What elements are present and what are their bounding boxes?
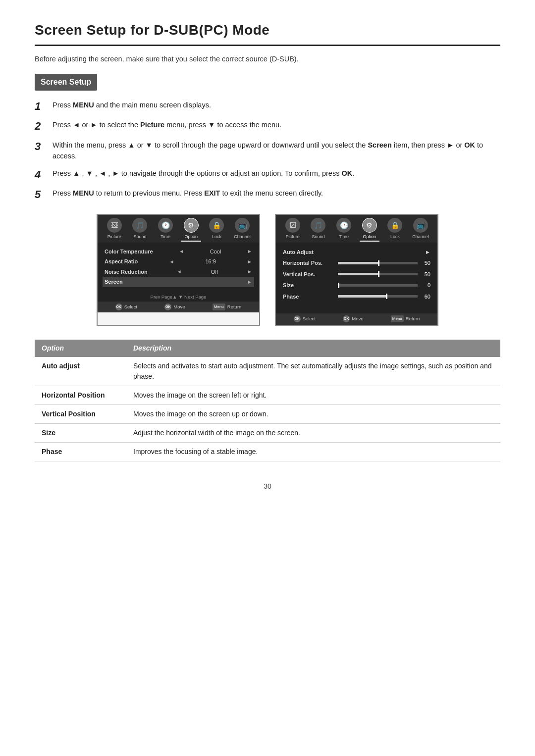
tv-row-right: ► [247,258,252,265]
step-number: 1 [35,100,46,114]
tv-icon-label: Lock [212,234,221,241]
desc-cell: Selects and activates to start auto adju… [126,357,500,386]
tv-footer-item: OKSelect [294,315,316,322]
tv-icon-symbol: 🎵 [132,218,147,233]
tv-menu-icon: ⚙Option [360,218,379,242]
tv-row-label: Noise Reduction [105,268,148,276]
tv-icon-symbol: 🕐 [336,218,351,233]
tv-bar-label: Vertical Pos. [283,270,335,279]
table-row: SizeAdjust the horizontal width of the i… [35,423,500,442]
option-cell: Size [35,423,126,442]
tv-bar-label: Phase [283,293,335,301]
tv-body-right: Auto Adjust►Horizontal Pos.50Vertical Po… [276,243,437,304]
tv-menu-icon: ⚙Option [181,218,201,242]
tv-btn: OK [115,303,122,310]
tv-footer-label: Move [173,303,185,310]
tv-bar-row: Vertical Pos.50 [283,269,430,280]
tv-footer-label: Return [406,315,420,322]
tv-menu-row: Color Temperature◄Cool► [105,247,252,257]
step-number: 3 [35,140,46,154]
desc-cell: Adjust the horizontal width of the image… [126,423,500,442]
tv-icon-symbol: 🖼 [107,218,122,233]
tv-row-val: Off [211,268,218,276]
tv-icon-symbol: 📺 [413,218,428,233]
tv-icon-symbol: 🔒 [387,218,402,233]
page-number: 30 [35,481,500,492]
step: 1Press MENU and the main menu screen dis… [35,100,500,114]
option-cell: Vertical Position [35,404,126,423]
tv-footer-label: Select [124,303,137,310]
tv-menu-icon: 🖼Picture [105,218,124,242]
tv-footer-label: Select [303,315,316,322]
tv-footer-left: OKSelectOKMoveMenuReturn [98,302,259,312]
tv-menu-icon: 🖼Picture [283,218,303,242]
tv-icon-symbol: ⚙ [362,218,377,233]
tv-bar-thumb [386,294,387,299]
tv-bar-row: Phase60 [283,291,430,302]
table-body: Auto adjustSelects and activates to star… [35,357,500,461]
intro-text: Before adjusting the screen, make sure t… [35,54,500,65]
tv-icon-label: Time [160,234,170,241]
tv-footer-item: OKSelect [115,303,137,310]
table-header: Option Description [35,340,500,357]
tv-icon-symbol: 🎵 [311,218,325,233]
tv-icon-symbol: 📺 [235,218,250,233]
tv-footer-item: OKMove [164,303,185,310]
tv-menu-icon: 🎵Sound [130,218,150,242]
tv-icons-right: 🖼Picture🎵Sound🕐Time⚙Option🔒Lock📺Channel [276,215,437,243]
tv-icon-label: Option [363,234,376,241]
page-title: Screen Setup for D-SUB(PC) Mode [35,20,500,41]
tv-bar-value: 50 [421,270,430,279]
table-row: Horizontal PositionMoves the image on th… [35,386,500,404]
option-table: Option Description Auto adjustSelects an… [35,340,500,461]
desc-cell: Moves the image on the screen up or down… [126,404,500,423]
desc-cell: Moves the image on the screen left or ri… [126,386,500,404]
col-option: Option [35,340,126,357]
tv-bar-fill [338,273,378,275]
tv-body-left: Color Temperature◄Cool►Aspect Ratio◄16:9… [98,243,259,292]
tv-menu-row: Aspect Ratio◄16:9► [105,256,252,267]
tv-bar-value: 60 [421,293,430,301]
tv-bar-track [338,273,418,275]
tv-icon-label: Lock [390,234,400,241]
section-header: Screen Setup [35,74,500,100]
tv-row-left: ◄ [179,248,184,255]
tv-footer-label: Return [227,303,242,310]
tv-bar-thumb [338,283,339,288]
step-number: 4 [35,168,46,182]
tv-btn: OK [164,303,171,310]
tv-prevnext-right [276,304,437,313]
title-divider [35,45,500,46]
tv-bar-value: 0 [421,281,430,290]
tv-footer-right: OKSelectOKMoveMenuReturn [276,313,437,324]
tv-row-right: ► [247,248,252,255]
step: 3Within the menu, press ▲ or ▼ to scroll… [35,140,500,162]
tv-icon-label: Sound [312,234,324,241]
tv-menu-row: Screen► [103,277,254,287]
tv-row-left: ◄ [177,268,182,275]
step: 2Press ◄ or ► to select the Picture menu… [35,119,500,134]
step-number: 2 [35,119,46,134]
tv-row-label: Aspect Ratio [105,257,138,266]
tv-row-label: Color Temperature [105,248,153,256]
tv-menu-icon: 🔒Lock [385,218,405,242]
tv-auto-label: Auto Adjust [283,248,314,256]
tv-icon-label: Time [339,234,349,241]
tv-screen-left: 🖼Picture🎵Sound🕐Time⚙Option🔒Lock📺Channel … [97,214,260,326]
tv-menu-icon: 🕐Time [334,218,354,242]
tv-bar-label: Horizontal Pos. [283,259,335,267]
steps-container: 1Press MENU and the main menu screen dis… [35,100,500,202]
tv-btn-rect: Menu [391,315,404,322]
option-cell: Auto adjust [35,357,126,386]
tv-bar-row: Horizontal Pos.50 [283,257,430,269]
tv-prevnext: Prev Page▲ ▼ Next Page [98,292,259,302]
tv-icons-left: 🖼Picture🎵Sound🕐Time⚙Option🔒Lock📺Channel [98,215,259,243]
tv-footer-item: MenuReturn [213,303,242,310]
tv-icon-symbol: 🕐 [158,218,173,233]
tv-footer-label: Move [352,315,363,322]
table-row: Vertical PositionMoves the image on the … [35,404,500,423]
tv-icon-label: Picture [107,234,121,241]
option-cell: Phase [35,442,126,461]
step-text: Press MENU and the main menu screen disp… [53,100,211,110]
tv-icon-symbol: ⚙ [184,218,199,233]
